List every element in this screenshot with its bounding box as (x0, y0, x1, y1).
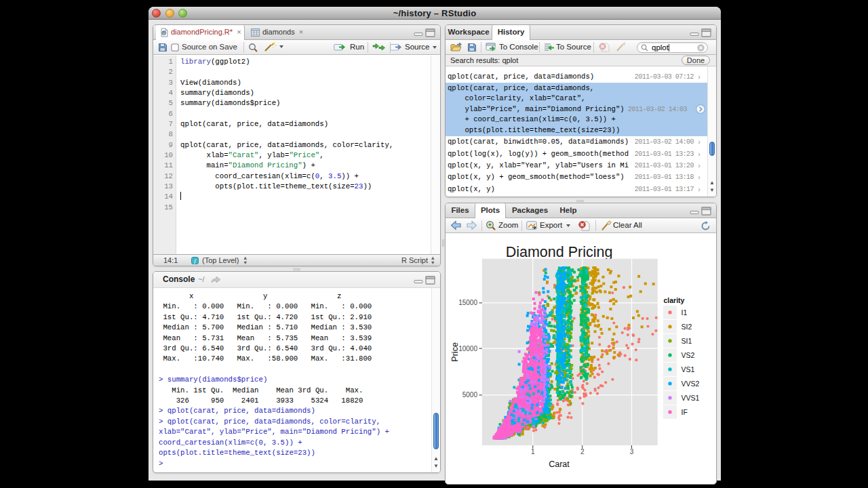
svg-text:3: 3 (630, 448, 634, 455)
svg-text:Diamond Pricing: Diamond Pricing (506, 244, 613, 260)
svg-text:Price: Price (450, 342, 460, 362)
svg-text:I1: I1 (682, 308, 688, 317)
svg-text:IF: IF (682, 408, 688, 416)
svg-text:2: 2 (580, 448, 585, 455)
svg-text:SI2: SI2 (682, 323, 692, 331)
svg-text:VS2: VS2 (682, 351, 695, 359)
svg-text:clarity: clarity (664, 296, 685, 304)
svg-text:VVS2: VVS2 (682, 380, 700, 388)
svg-text:VS1: VS1 (682, 365, 695, 373)
svg-text:VVS1: VVS1 (682, 394, 700, 402)
svg-text:SI1: SI1 (682, 337, 692, 345)
svg-text:Carat: Carat (549, 460, 570, 469)
svg-text:R: R (162, 30, 165, 35)
svg-text:5000: 5000 (462, 391, 478, 399)
svg-text:15000: 15000 (458, 299, 477, 306)
svg-text:1: 1 (531, 448, 535, 455)
svg-text:10000: 10000 (458, 345, 477, 352)
